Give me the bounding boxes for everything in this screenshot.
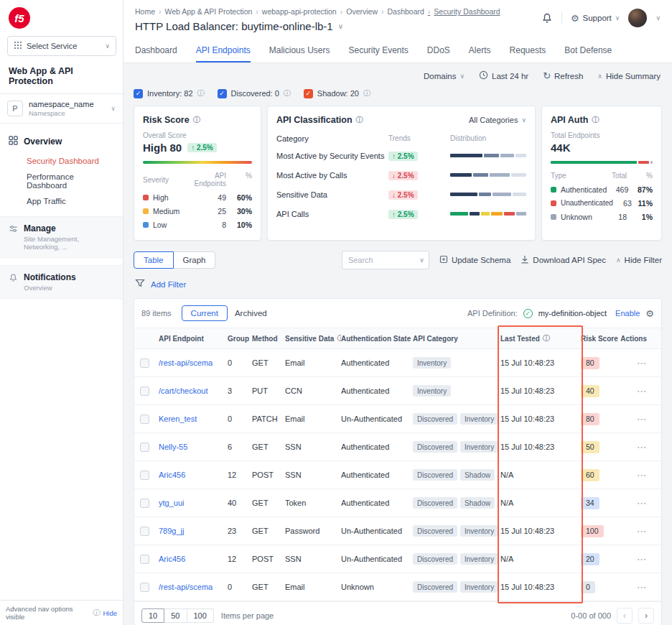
sidebar-item-performance-dashboard[interactable]: Performance Dashboard xyxy=(0,169,123,193)
tab-requests[interactable]: Requests xyxy=(510,39,546,62)
info-icon[interactable]: ⓘ xyxy=(356,115,363,125)
search-input[interactable] xyxy=(342,251,429,269)
row-checkbox[interactable] xyxy=(140,358,149,368)
sidebar-item-manage[interactable]: Manage Site Management, Networking, ... xyxy=(0,216,123,258)
update-schema-button[interactable]: Update Schema xyxy=(439,255,510,265)
col-sensitive-data[interactable]: Sensitive Dataⓘ xyxy=(285,333,341,343)
title-chevron-down-icon[interactable]: ∨ xyxy=(338,22,343,30)
endpoint-link[interactable]: Nelly-55 xyxy=(159,443,187,451)
row-actions-button[interactable]: ⋯ xyxy=(637,498,647,509)
endpoint-link[interactable]: Aric456 xyxy=(159,555,185,563)
col-authentication-state[interactable]: Authentication Stateⓘ xyxy=(341,333,413,343)
tab-bot-defense[interactable]: Bot Defense xyxy=(564,39,612,62)
row-actions-button[interactable]: ⋯ xyxy=(637,554,647,565)
row-actions-button[interactable]: ⋯ xyxy=(637,582,647,593)
refresh-button[interactable]: ↻ Refresh xyxy=(543,70,583,81)
time-range-selector[interactable]: Last 24 hr xyxy=(479,70,528,81)
row-actions-button[interactable]: ⋯ xyxy=(637,442,647,453)
tab-dashboard[interactable]: Dashboard xyxy=(135,39,177,62)
endpoint-link[interactable]: /rest-api/scema xyxy=(159,583,213,591)
hide-summary-button[interactable]: ∧ Hide Summary xyxy=(597,72,661,80)
row-checkbox[interactable] xyxy=(140,415,149,424)
filter-shadow[interactable]: Shadow: 20 ⓘ xyxy=(304,88,370,98)
sidebar-item-notifications[interactable]: Notifications Overview xyxy=(0,265,123,299)
col-group[interactable]: Group xyxy=(228,335,252,343)
breadcrumb-webapp-api-protection[interactable]: webapp-api-protection xyxy=(252,7,336,16)
checkbox-checked[interactable] xyxy=(218,89,227,98)
row-actions-button[interactable]: ⋯ xyxy=(637,470,647,481)
breadcrumb-waap[interactable]: Web App & API Protection xyxy=(155,7,252,16)
user-avatar[interactable] xyxy=(628,9,647,27)
tab-malicious-users[interactable]: Malicious Users xyxy=(269,39,330,62)
api-definition-value[interactable]: my-definition-object xyxy=(538,309,607,318)
sidebar-item-security-dashboard[interactable]: Security Dashboard xyxy=(0,153,123,169)
download-api-spec-button[interactable]: Download API Spec xyxy=(521,255,606,265)
user-menu-chevron-down-icon[interactable]: ∨ xyxy=(655,14,661,22)
archived-toggle-button[interactable]: Archived xyxy=(235,309,267,318)
next-page-button[interactable]: › xyxy=(638,608,654,624)
current-toggle-button[interactable]: Current xyxy=(182,305,228,321)
breadcrumb-home[interactable]: Home xyxy=(135,7,155,16)
row-checkbox[interactable] xyxy=(140,555,149,564)
info-icon[interactable]: ⓘ xyxy=(193,115,200,125)
filter-discovered[interactable]: Discovered: 0 ⓘ xyxy=(218,88,291,98)
f5-logo[interactable]: f5 xyxy=(9,7,30,29)
search-chevron-down-icon[interactable]: ∨ xyxy=(419,256,424,264)
endpoint-link[interactable]: /cart/checkout xyxy=(159,386,207,395)
row-actions-button[interactable]: ⋯ xyxy=(637,358,647,369)
checkbox-checked[interactable] xyxy=(304,89,313,98)
row-actions-button[interactable]: ⋯ xyxy=(637,526,647,537)
page-title: HTTP Load Balancer: buytime-online-lb-1 xyxy=(135,20,333,32)
notifications-bell-button[interactable] xyxy=(541,12,553,24)
support-menu-button[interactable]: ⚙ Support ∨ xyxy=(571,13,620,24)
endpoint-link[interactable]: /rest-api/scema xyxy=(159,358,213,367)
tab-api-endpoints[interactable]: API Endpoints xyxy=(196,39,251,62)
breadcrumb-overview[interactable]: Overview xyxy=(337,7,378,16)
filter-inventory[interactable]: Inventory: 82 ⓘ xyxy=(134,88,205,98)
group-cell: 0 xyxy=(228,583,252,591)
info-icon[interactable]: ⓘ xyxy=(592,115,599,125)
overall-score-label: Overall Score xyxy=(143,131,252,139)
prev-page-button[interactable]: ‹ xyxy=(617,608,633,624)
col-api-endpoint[interactable]: API Endpoint xyxy=(159,335,228,343)
add-filter-button[interactable]: Add Filter xyxy=(151,280,186,289)
checkbox-checked[interactable] xyxy=(134,89,143,98)
sidebar-item-overview[interactable]: Overview xyxy=(0,129,123,153)
table-view-button[interactable]: Table xyxy=(134,251,174,269)
sidebar-item-app-traffic[interactable]: App Traffic xyxy=(0,193,123,209)
row-checkbox[interactable] xyxy=(140,583,149,592)
col-api-category[interactable]: API Category xyxy=(413,335,500,343)
all-categories-dropdown[interactable]: All Categories ∨ xyxy=(469,116,526,124)
enable-link[interactable]: Enable xyxy=(615,309,640,318)
tab-alerts[interactable]: Alerts xyxy=(469,39,491,62)
col-method[interactable]: Method xyxy=(252,335,285,343)
row-checkbox[interactable] xyxy=(140,471,149,480)
table-settings-gear-icon[interactable]: ⚙ xyxy=(645,308,654,319)
row-checkbox[interactable] xyxy=(140,499,149,508)
row-checkbox[interactable] xyxy=(140,527,149,536)
endpoint-link[interactable]: Aric456 xyxy=(159,471,185,479)
namespace-selector[interactable]: P namespace_name Namespace ∨ xyxy=(0,93,123,124)
row-actions-button[interactable]: ⋯ xyxy=(637,414,647,425)
select-service-button[interactable]: Select Service ∨ xyxy=(7,36,116,56)
page-size-50[interactable]: 50 xyxy=(164,608,187,623)
hide-filter-button[interactable]: ∧ Hide Filter xyxy=(616,256,662,264)
domains-dropdown[interactable]: Domains ∨ xyxy=(424,72,465,80)
col-last-tested[interactable]: Last Testedⓘ xyxy=(500,333,581,343)
row-checkbox[interactable] xyxy=(140,386,149,396)
hide-nav-link[interactable]: Hide xyxy=(103,609,117,617)
breadcrumb-dashboard[interactable]: Dashboard xyxy=(378,7,424,16)
page-size-100[interactable]: 100 xyxy=(187,608,214,623)
row-actions-button[interactable]: ⋯ xyxy=(637,386,647,397)
row-checkbox[interactable] xyxy=(140,443,149,452)
endpoint-link[interactable]: 789g_jj xyxy=(159,527,184,535)
endpoint-link[interactable]: ytg_uui xyxy=(159,499,184,507)
graph-view-button[interactable]: Graph xyxy=(174,251,216,269)
breadcrumb-security-dashboard[interactable]: Security Dashboard xyxy=(424,7,500,16)
endpoint-link[interactable]: Keren_test xyxy=(159,415,197,423)
tab-ddos[interactable]: DDoS xyxy=(427,39,450,62)
page-size-10[interactable]: 10 xyxy=(141,608,164,623)
tab-security-events[interactable]: Security Events xyxy=(348,39,408,62)
auth-state-cell: Authenticated xyxy=(341,386,413,395)
col-risk-score[interactable]: Risk Score xyxy=(581,335,620,343)
